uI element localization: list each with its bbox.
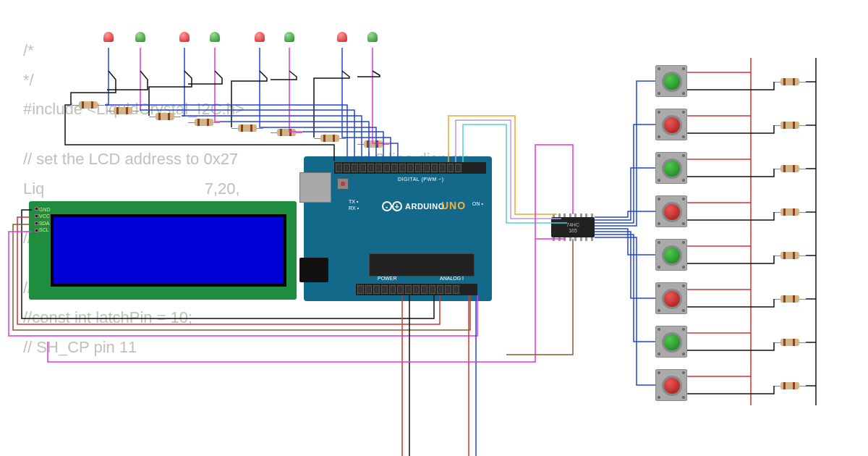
push-button-7[interactable] (655, 326, 687, 358)
shift-register-74hc165: 74HC165 (551, 217, 595, 237)
txrx-labels: TX ▪ RX ▪ (349, 198, 359, 211)
led-red-1 (103, 32, 114, 48)
reset-button[interactable] (337, 178, 349, 190)
resistor (774, 122, 806, 129)
push-button-6[interactable] (655, 282, 687, 314)
push-button-4[interactable] (655, 195, 687, 227)
led-green-3 (284, 32, 294, 48)
led-green-2 (210, 32, 220, 48)
resistor (188, 119, 220, 126)
led-red-2 (179, 32, 190, 48)
resistor (231, 124, 263, 132)
arduino-logo: -+ ARDUINO (382, 201, 445, 211)
digital-header (334, 162, 486, 174)
digital-section-label: DIGITAL (PWM ~) (398, 177, 444, 182)
analog-section-label: ANALOG I (440, 276, 464, 281)
resistor (774, 252, 806, 259)
resistor (774, 295, 806, 303)
code-line: //const int latchPin = 10; (23, 303, 467, 333)
push-button-8[interactable] (655, 369, 687, 401)
push-button-2[interactable] (655, 109, 687, 140)
resistor (314, 135, 346, 142)
power-on-label: ON ▪ (472, 201, 483, 206)
resistor (107, 107, 139, 114)
power-section-label: POWER (378, 276, 396, 281)
usb-port (299, 172, 331, 203)
led-red-3 (255, 32, 265, 48)
led-red-4 (337, 32, 347, 48)
resistor (149, 113, 181, 120)
code-line: /* (23, 36, 467, 66)
code-line: // SH_CP pin 11 (23, 333, 467, 363)
resistor (774, 382, 806, 389)
resistor (774, 208, 806, 216)
resistor (774, 165, 806, 172)
push-button-1[interactable] (655, 65, 687, 97)
barrel-jack (299, 258, 328, 282)
lcd-i2c-module: GND VCC SDA SCL (29, 201, 297, 300)
code-line: #include <LiquidCrystal_I2C.h> (23, 95, 467, 124)
resistor (774, 339, 806, 346)
push-button-5[interactable] (655, 239, 687, 271)
code-line: */ (23, 66, 467, 96)
push-button-3[interactable] (655, 152, 687, 184)
arduino-uno-board: -+ ARDUINO UNO ON ▪ TX ▪ RX ▪ DIGITAL (P… (304, 156, 492, 301)
led-green-1 (135, 32, 145, 48)
led-green-4 (367, 32, 378, 48)
atmega-chip (369, 253, 475, 276)
lcd-screen (54, 217, 284, 284)
resistor (774, 78, 806, 85)
resistor (357, 140, 389, 148)
board-model-label: UNO (441, 200, 466, 211)
lcd-pin-labels: GND VCC SDA SCL (33, 207, 51, 235)
resistor (271, 129, 302, 136)
power-analog-header (356, 284, 477, 295)
resistor (72, 101, 104, 109)
